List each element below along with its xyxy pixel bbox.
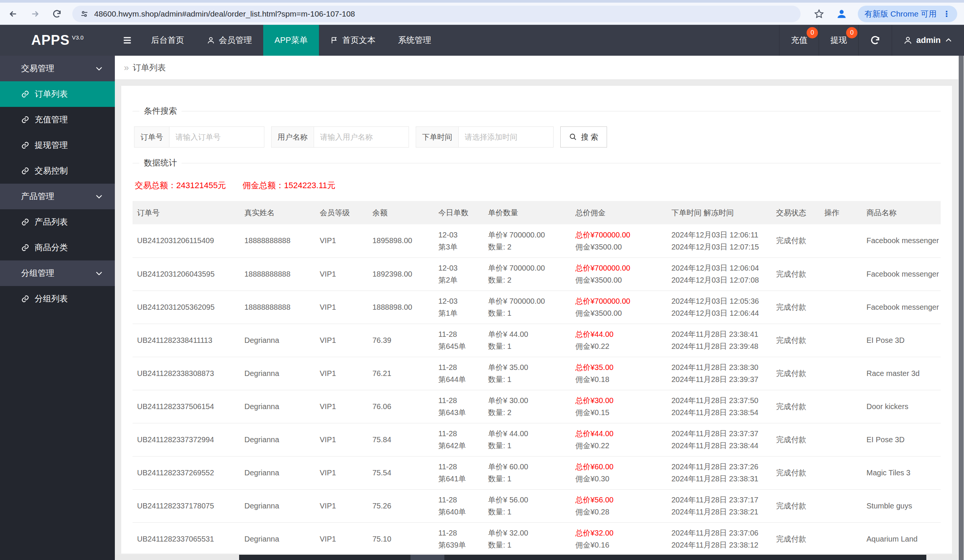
reload-icon[interactable] [50,8,63,20]
link-icon [21,141,29,149]
sidebar-item-product-list[interactable]: 产品列表 [0,209,115,235]
sidebar-group-grouping[interactable]: 分组管理 [0,260,115,286]
order-time-field-label: 下单时间 [416,127,459,148]
cell-day-count: 11-28第644单 [434,357,484,390]
sidebar-item-withdraw-mgmt[interactable]: 提现管理 [0,133,115,158]
cell-balance: 75.10 [368,523,434,554]
sidebar-group-grouping-label: 分组管理 [21,268,54,279]
app-logo-version: V3.0 [72,34,84,41]
sidebar-item-order-list[interactable]: 订单列表 [0,81,115,107]
cell-status: 完成付款 [772,489,820,523]
browser-chrome: 48600.hwym.shop/admin#admin/deal/order_l… [0,0,964,25]
cell-status: 完成付款 [772,390,820,423]
sidebar-item-recharge-mgmt[interactable]: 充值管理 [0,107,115,133]
content-card: 条件搜索 订单号 用户名称 下单时间 搜 索 数 [121,86,952,554]
withdraw-badge: 0 [846,27,857,38]
cell-status: 完成付款 [772,324,820,357]
cell-day-count: 11-28第640单 [434,489,484,523]
col-level: 会员等级 [315,201,368,224]
recharge-badge: 0 [807,27,818,38]
cell-status: 完成付款 [772,257,820,291]
col-product: 商品名称 [862,201,941,224]
col-price-qty: 单价数量 [484,201,571,224]
cell-status: 完成付款 [772,357,820,390]
sidebar-group-trade[interactable]: 交易管理 [0,56,115,81]
horizontal-scrollbar-thumb[interactable] [239,555,410,560]
recharge-button[interactable]: 充值 0 [779,25,819,56]
col-day-count: 今日单数 [434,201,484,224]
search-button-label: 搜 索 [581,132,598,142]
menu-collapse-icon[interactable] [115,25,140,56]
horizontal-scrollbar[interactable] [115,555,958,560]
cell-product: Door kickers [862,390,941,423]
order-no-input[interactable] [169,127,264,148]
cell-total-commission: 总价¥35.00佣金¥0.18 [571,357,667,390]
breadcrumb-separator-icon: » [124,62,129,73]
withdraw-button[interactable]: 提现 0 [819,25,858,56]
bookmark-star-icon[interactable] [813,8,826,20]
sidebar-item-goods-category-label: 商品分类 [35,242,68,253]
table-row: UB2411282337372994 Degrianna VIP1 75.84 … [132,423,941,456]
nav-system[interactable]: 系统管理 [387,25,443,56]
admin-person-icon [904,36,912,45]
sidebar-item-trade-control[interactable]: 交易控制 [0,158,115,183]
cell-real-name: Degrianna [240,489,315,523]
browser-menu-icon[interactable]: ⋮ [943,10,951,18]
cell-balance: 76.21 [368,357,434,390]
url-text[interactable]: 48600.hwym.shop/admin#admin/deal/order_l… [94,10,355,18]
cell-balance: 1888898.00 [368,291,434,324]
sidebar-item-recharge-mgmt-label: 充值管理 [35,114,68,125]
table-row: UB2412031205362095 18888888888 VIP1 1888… [132,291,941,324]
admin-menu[interactable]: admin [892,25,964,56]
nav-members[interactable]: 会员管理 [195,25,263,56]
cell-order-no: UB2412031206115409 [132,224,240,257]
sidebar-item-group-list[interactable]: 分组列表 [0,286,115,312]
sidebar-item-goods-category[interactable]: 商品分类 [0,235,115,260]
cell-order-no: UB2411282337065531 [132,523,240,554]
vertical-scrollbar-thumb[interactable] [959,56,964,560]
stats-line: 交易总额：243121455元 佣金总额：1524223.11元 [135,180,941,191]
chrome-update-button[interactable]: 有新版 Chrome 可用 ⋮ [858,6,957,22]
stats-fieldset: 数据统计 [132,157,941,169]
sidebar-group-product[interactable]: 产品管理 [0,183,115,209]
cell-level: VIP1 [315,224,368,257]
cell-product: Stumble guys [862,489,941,523]
cell-day-count: 11-28第643单 [434,390,484,423]
profile-icon[interactable] [835,8,848,20]
cell-price-qty: 单价¥ 700000.00数量: 1 [484,291,571,324]
link-icon [21,115,29,124]
nav-home-text[interactable]: 首页文本 [319,25,387,56]
browser-tabstrip [0,0,964,3]
forward-icon[interactable] [29,8,41,20]
cell-balance: 75.54 [368,456,434,489]
search-button[interactable]: 搜 索 [560,127,607,148]
cell-product: Facebook messenger [862,224,941,257]
sidebar-group-product-label: 产品管理 [21,191,54,202]
table-row: UB2412031206115409 18888888888 VIP1 1895… [132,224,941,257]
cell-real-name: 18888888888 [240,257,315,291]
back-icon[interactable] [7,8,20,20]
cell-balance: 75.26 [368,489,434,523]
cell-level: VIP1 [315,489,368,523]
refresh-button[interactable] [858,25,892,56]
admin-username: admin [916,36,941,45]
cell-price-qty: 单价¥ 30.00数量: 2 [484,390,571,423]
order-no-field-group: 订单号 [134,127,264,148]
cell-real-name: 18888888888 [240,224,315,257]
vertical-scrollbar[interactable] [958,56,964,560]
col-real-name: 真实姓名 [240,201,315,224]
cell-status: 完成付款 [772,423,820,456]
app-header: APPS V3.0 后台首页 会员管理 APP菜单 首页文本 系统管理 [0,25,964,56]
nav-dashboard[interactable]: 后台首页 [140,25,195,56]
username-input[interactable] [314,127,409,148]
site-info-icon[interactable] [80,10,89,18]
cell-real-name: Degrianna [240,423,315,456]
search-legend: 条件搜索 [139,106,181,117]
nav-app-menu[interactable]: APP菜单 [263,25,319,56]
table-row: UB2411282337506154 Degrianna VIP1 76.06 … [132,390,941,423]
cell-actions [820,423,862,456]
address-bar[interactable]: 48600.hwym.shop/admin#admin/deal/order_l… [72,6,801,22]
cell-level: VIP1 [315,523,368,554]
order-time-input[interactable] [459,127,554,148]
cell-order-no: UB2412031205362095 [132,291,240,324]
